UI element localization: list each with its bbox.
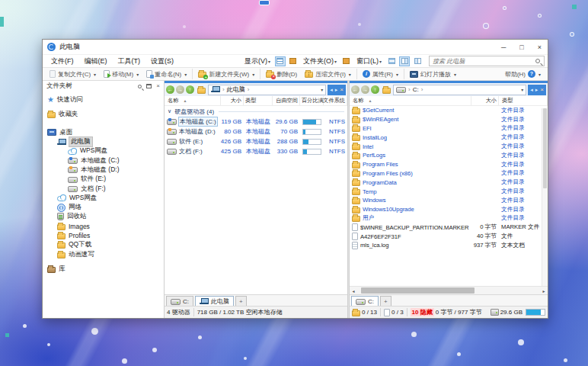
horizontal-scrollbar[interactable]: ◂ ▸ [350,286,548,294]
file-row[interactable]: Windows10Upgrade文件目录 [350,205,548,214]
file-row[interactable]: Windows文件目录 [350,196,548,205]
scroll-right-icon[interactable]: ▸ [540,288,548,294]
search-icon[interactable] [535,59,540,63]
column-name[interactable]: 名称▲ [165,96,221,105]
desktop-shortcut-icon[interactable] [572,5,577,9]
column-type[interactable]: 类型 [244,96,273,105]
menu-tools[interactable]: 工具(T) [113,56,146,66]
drive-group-header[interactable]: ∨硬盘驱动器 (4) [165,106,347,117]
column-name[interactable]: 名称▲ [350,96,471,105]
tab-drive-c[interactable]: C: [166,296,193,306]
menu-edit[interactable]: 编辑(E) [79,56,113,66]
file-row[interactable]: Intel文件目录 [350,142,548,151]
properties-button[interactable]: i属性(R)▾ [359,68,402,80]
file-row[interactable]: Program Files (x86)文件目录 [350,169,548,178]
tree-item-drive-e[interactable]: 软件 (E:) [43,175,164,184]
drive-row-e[interactable]: 软件 (E:) 426 GB 本地磁盘 288 GB NTFS [165,136,347,146]
vertical-scrollbar[interactable] [542,108,548,286]
file-row[interactable]: ProgramData文件目录 [350,178,548,187]
tab-drive-c[interactable]: C: [351,296,379,306]
pane-split-icon[interactable]: ◂ [330,87,333,92]
folder-history-button[interactable] [381,85,391,95]
file-row[interactable]: Temp文件目录 [350,187,548,196]
tree-item-qq-download[interactable]: QQ下载 [43,240,164,249]
up-button[interactable]: ↑ [186,85,194,94]
tree-item-animation[interactable]: 动画速写 [43,249,164,258]
menu-window[interactable]: 窗口(L)▾ [354,56,384,66]
search-input[interactable] [430,58,535,65]
tree-close-icon[interactable]: × [156,83,160,89]
tree-item-library[interactable]: 库 [43,265,164,274]
tree-item-desktop[interactable]: 桌面 [43,128,164,137]
file-row[interactable]: A42F6EF2F31F40 字节文件 [350,232,548,241]
compress-button[interactable]: 压缩文件(I)▾ [301,68,355,80]
menu-file[interactable]: 文件(F) [46,56,79,66]
drive-row-f[interactable]: 文档 (F:) 425 GB 本地磁盘 330 GB NTFS [165,146,347,156]
desktop-shortcut-icon[interactable] [259,0,270,5]
file-row[interactable]: PerfLogs文件目录 [350,151,548,160]
column-size[interactable]: 大小 [471,96,499,105]
menu-view[interactable]: 显示(V)▾ [242,56,273,66]
menu-folders[interactable]: 文件夹(O)▾ [301,56,339,66]
file-row[interactable]: InstallLog文件目录 [350,133,548,142]
file-row[interactable]: mls_lca.log937 字节文本文档 [350,241,548,250]
tree-item-network[interactable]: 网络 [43,203,164,212]
back-button[interactable]: ← [166,85,174,94]
copy-file-button[interactable]: 复制文件(C)▾ [46,68,100,80]
column-size[interactable]: 大小 [221,96,244,105]
forward-button[interactable]: → [176,85,184,94]
new-tab-button[interactable]: + [235,296,247,306]
close-button[interactable]: × [538,43,542,51]
tree-item-drive-c[interactable]: 本地磁盘 (C:) [43,156,164,165]
pane-close-icon[interactable]: × [340,87,344,93]
folders-button[interactable] [341,56,352,66]
delete-button[interactable]: 删除(D) [262,68,301,80]
tree-item-recycle-bin[interactable]: 回收站 [43,212,164,221]
pane-close-icon[interactable]: × [540,87,544,93]
pane-max-icon[interactable]: ▸ [335,87,338,92]
column-percent-full[interactable]: 百分比满 [300,96,324,105]
layout-side-button[interactable] [412,56,423,66]
file-row[interactable]: $WinREAgent文件目录 [350,115,548,124]
tree-undock-icon[interactable] [146,84,152,88]
view-list-button[interactable] [275,56,286,66]
title-bar[interactable]: 此电脑 ─ □ × [43,40,548,54]
new-tab-button[interactable]: + [380,296,391,306]
menu-settings[interactable]: 设置(S) [145,56,179,66]
tree-item-this-pc[interactable]: 此电脑 [43,137,164,146]
file-row[interactable]: 用户文件目录 [350,214,548,223]
right-breadcrumb[interactable]: › C: › ▾ [393,85,526,95]
move-button[interactable]: 移动(M)▾ [100,68,142,80]
scrollbar-thumb[interactable] [543,108,547,188]
breadcrumb-segment[interactable]: 此电脑 [227,85,245,94]
scrollbar-thumb[interactable] [361,287,475,294]
desktop-shortcut-icon[interactable] [0,17,4,27]
up-button[interactable]: ↑ [371,85,379,94]
file-row[interactable]: EFI文件目录 [350,124,548,133]
tree-item-quick-access[interactable]: ★快速访问 [43,95,164,104]
address-dropdown-icon[interactable]: ▾ [521,87,523,92]
new-folder-button[interactable]: 新建文件夹(W)▾ [194,68,258,80]
address-dropdown-icon[interactable]: ▾ [321,87,323,92]
file-row[interactable]: $GetCurrent文件目录 [350,106,548,115]
tree-item-favorites[interactable]: 收藏夹 [43,110,164,119]
file-row[interactable]: Program Files文件目录 [350,160,548,169]
view-details-button[interactable] [288,56,299,66]
folder-history-button[interactable] [196,85,206,95]
minimize-button[interactable]: ─ [501,43,506,51]
tree-item-drive-f[interactable]: 文档 (F:) [43,184,164,193]
scroll-left-icon[interactable]: ◂ [350,288,357,294]
drive-row-d[interactable]: 本地磁盘 (D:) 80 GB 本地磁盘 70 GB NTFS [165,127,347,136]
layout-rows-button[interactable] [386,56,397,66]
back-button[interactable]: ← [351,85,360,94]
column-file-system[interactable]: 文件系统 [324,96,347,105]
tab-this-pc[interactable]: 此电脑 [195,296,234,306]
column-type[interactable]: 类型 [499,96,548,105]
tree-item-drive-d[interactable]: 本地磁盘 (D:) [43,165,164,175]
slideshow-button[interactable]: 幻灯片播放▾ [406,68,460,80]
drive-row-c[interactable]: 本地磁盘 (C:) 119 GB 本地磁盘 29.6 GB NTFS [165,117,347,127]
middle-breadcrumb[interactable]: › 此电脑 › ▾ [208,85,326,95]
breadcrumb-segment[interactable]: C: [413,86,419,93]
tree-item-profiles[interactable]: Profiles [43,231,164,240]
tree-search-icon[interactable] [138,85,142,88]
